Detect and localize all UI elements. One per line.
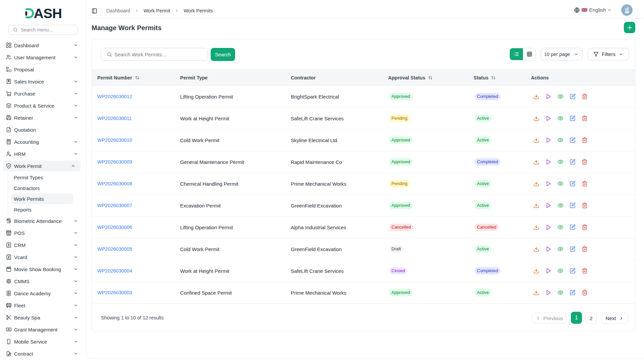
svg-text:ASH: ASH xyxy=(34,6,62,20)
